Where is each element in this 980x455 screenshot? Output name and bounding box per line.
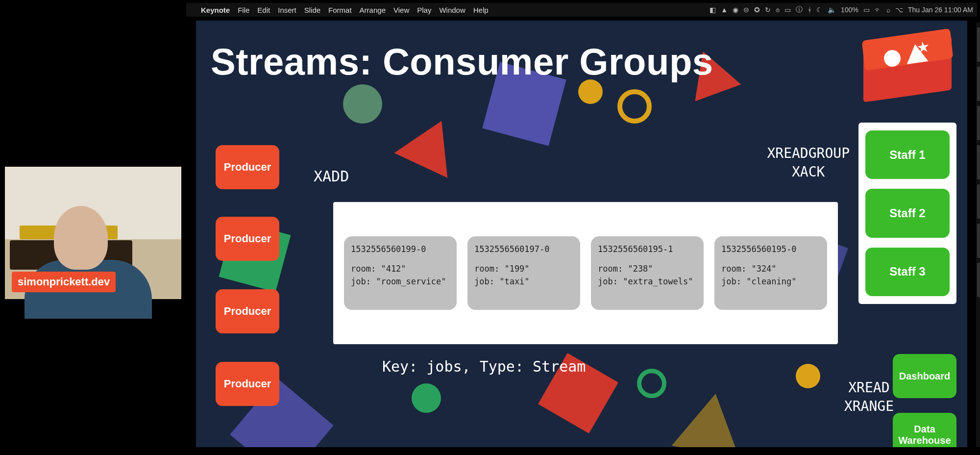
staff-consumer: Staff 2 (865, 189, 950, 237)
stream-entry: 1532556560199-0 room: "412" job: "room_s… (344, 236, 457, 310)
data-warehouse-consumer: Data Warehouse (893, 413, 956, 447)
staff-consumer: Staff 3 (865, 248, 950, 296)
producer-box: Producer (216, 362, 279, 406)
producer-box: Producer (216, 145, 279, 189)
xreadgroup-label: XREADGROUP XACK (767, 144, 850, 181)
slide-title: Streams: Consumer Groups (211, 40, 713, 83)
status-icon[interactable]: ✪ (754, 6, 760, 14)
stream-entry: 1532556560197-0 room: "199" job: "taxi" (467, 236, 580, 310)
stream-key-label: Key: jobs, Type: Stream (382, 358, 586, 375)
keynote-slide: Streams: Consumer Groups ★ Producer Prod… (196, 21, 967, 447)
redis-logo-icon: ★ (863, 31, 956, 105)
status-icon[interactable]: ⌾ (776, 6, 780, 14)
presenter-webcam: simonprickett.dev (5, 167, 181, 299)
bluetooth-icon[interactable]: ᚼ (808, 6, 811, 14)
menu-arrange[interactable]: Arrange (360, 6, 386, 14)
stream-entry: 1532556560195-1 room: "238" job: "extra_… (591, 236, 704, 310)
dashboard-consumer: Dashboard (893, 354, 956, 398)
status-icon[interactable]: ▲ (721, 6, 728, 14)
status-icon[interactable]: ◧ (710, 6, 716, 14)
menubar-app-name[interactable]: Keynote (201, 6, 230, 14)
macos-desktop: Keynote File Edit Insert Slide Format Ar… (186, 3, 977, 452)
status-icon[interactable]: ⓘ (796, 5, 803, 14)
stream-entry: 1532556560195-0 room: "324" job: "cleani… (714, 236, 827, 310)
presenter-name-tag: simonprickett.dev (12, 272, 116, 292)
macos-menubar: Keynote File Edit Insert Slide Format Ar… (186, 3, 977, 17)
status-icon[interactable]: ◉ (733, 6, 738, 14)
menubar-datetime[interactable]: Thu Jan 26 11:00 AM (908, 6, 973, 14)
menu-file[interactable]: File (238, 6, 249, 14)
menu-help[interactable]: Help (473, 6, 489, 14)
menu-slide[interactable]: Slide (304, 6, 320, 14)
menu-format[interactable]: Format (328, 6, 352, 14)
menu-insert[interactable]: Insert (278, 6, 296, 14)
right-sidebar-thumbnails[interactable] (976, 23, 980, 447)
consumer-group-box: Staff 1 Staff 2 Staff 3 (858, 123, 956, 304)
status-icon[interactable]: ⊝ (743, 6, 749, 14)
xread-label: XREAD XRANGE (844, 379, 894, 416)
producer-box: Producer (216, 289, 279, 333)
battery-icon[interactable]: ▭ (863, 6, 870, 14)
producer-box: Producer (216, 217, 279, 261)
search-icon[interactable]: ⌕ (886, 6, 890, 14)
menubar-status-area: ◧ ▲ ◉ ⊝ ✪ ↻ ⌾ ▭ ⓘ ᚼ ☾ 🔈 100% ▭ ᯤ ⌕ ⌥ Thu… (710, 5, 973, 14)
menu-edit[interactable]: Edit (257, 6, 270, 14)
menu-view[interactable]: View (393, 6, 409, 14)
stream-container: 1532556560199-0 room: "412" job: "room_s… (333, 202, 838, 344)
status-icon[interactable]: ▭ (784, 6, 791, 14)
dnd-moon-icon[interactable]: ☾ (816, 6, 823, 14)
menu-play[interactable]: Play (417, 6, 431, 14)
xadd-label: XADD (314, 168, 349, 185)
staff-consumer: Staff 1 (865, 130, 950, 179)
status-icon[interactable]: ↻ (765, 6, 771, 14)
battery-percent: 100% (841, 6, 858, 14)
wifi-icon[interactable]: ᯤ (875, 6, 882, 14)
menu-window[interactable]: Window (439, 6, 465, 14)
control-center-icon[interactable]: ⌥ (895, 6, 903, 14)
volume-icon[interactable]: 🔈 (828, 6, 836, 14)
